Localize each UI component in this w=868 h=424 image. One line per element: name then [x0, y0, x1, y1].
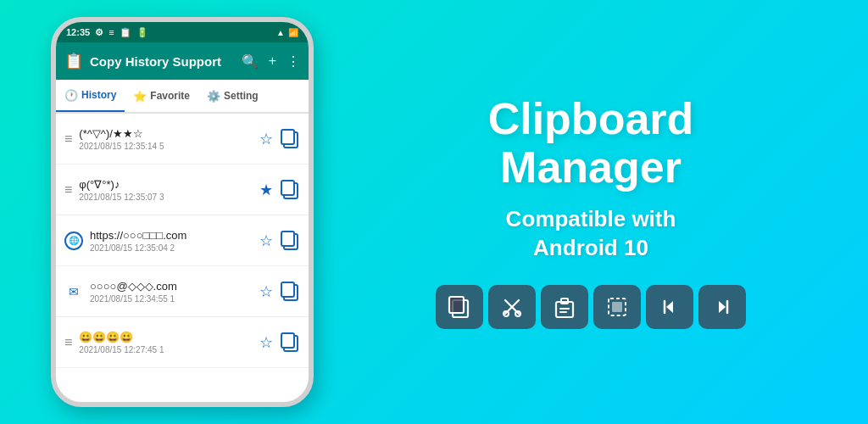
paste-icon-button[interactable]: [541, 285, 588, 329]
copy-icon-button[interactable]: [436, 285, 483, 329]
move-left-icon-button[interactable]: [646, 285, 693, 329]
app-subtitle-line2: Android 10: [506, 234, 676, 263]
status-left: 12:35 ⚙ ≡ 📋 🔋: [66, 27, 148, 38]
svg-marker-24: [719, 301, 726, 313]
signal-icon: 📶: [288, 28, 298, 37]
add-icon[interactable]: +: [269, 53, 276, 69]
drag-handle-icon: ≡: [64, 182, 72, 198]
tab-setting[interactable]: ⚙️ Setting: [198, 80, 267, 112]
app-toolbar: 📋 Copy History Support 🔍 + ⋮: [56, 42, 309, 80]
copy-button[interactable]: [280, 231, 300, 251]
app-title: Clipboard Manager: [488, 95, 694, 192]
email-icon: ✉: [64, 282, 83, 301]
item-content: 😀😀😀😀 2021/08/15 12:27:45 1: [79, 331, 253, 354]
status-bar: 12:35 ⚙ ≡ 📋 🔋 ▲ 📶: [56, 22, 309, 42]
history-tab-icon: 🕐: [64, 89, 78, 102]
list-item[interactable]: ✉ ○○○○@◇◇◇.com 2021/08/15 12:34:55 1 ☆: [56, 266, 309, 317]
svg-rect-5: [281, 232, 294, 246]
item-text: (*^▽^)/★★☆: [79, 127, 253, 140]
item-text: 😀😀😀😀: [79, 331, 253, 343]
wifi-icon: ▲: [276, 28, 285, 37]
item-content: φ(°∇°*)♪ 2021/08/15 12:35:07 3: [79, 178, 253, 202]
svg-marker-22: [666, 301, 673, 313]
cut-icon-button[interactable]: [488, 285, 536, 329]
history-tab-label: History: [81, 89, 116, 101]
item-meta: 2021/08/15 12:34:55 1: [90, 294, 253, 304]
more-icon[interactable]: ⋮: [287, 53, 300, 70]
star-icon[interactable]: ★: [259, 181, 273, 199]
item-content: https://○○○□□□.com 2021/08/15 12:35:04 2: [90, 229, 253, 253]
tab-history[interactable]: 🕐 History: [56, 80, 125, 112]
item-content: ○○○○@◇◇◇.com 2021/08/15 12:34:55 1: [90, 280, 253, 304]
setting-tab-label: Setting: [224, 90, 259, 102]
status-time: 12:35: [66, 27, 90, 37]
tab-bar: 🕐 History ⭐ Favorite ⚙️ Setting: [56, 80, 309, 114]
battery-icon: 🔋: [136, 27, 148, 38]
copy-button[interactable]: [280, 332, 300, 353]
app-title-line1: Clipboard: [488, 95, 694, 143]
item-content: (*^▽^)/★★☆ 2021/08/15 12:35:14 5: [79, 127, 253, 151]
item-text: ○○○○@◇◇◇.com: [90, 280, 253, 293]
svg-rect-7: [281, 282, 294, 297]
clipboard-icon: 📋: [120, 27, 131, 38]
icon-bar: [436, 285, 746, 329]
phone-wrapper: 12:35 ⚙ ≡ 📋 🔋 ▲ 📶 📋 Copy History Support…: [0, 17, 314, 407]
select-all-icon-button[interactable]: [593, 285, 641, 329]
star-icon[interactable]: ☆: [259, 282, 273, 301]
svg-rect-11: [449, 297, 464, 313]
favorite-tab-icon: ⭐: [133, 90, 147, 103]
svg-rect-9: [281, 333, 294, 348]
star-icon[interactable]: ☆: [259, 130, 273, 148]
app-toolbar-title: Copy History Support: [90, 54, 242, 69]
drag-handle-icon: ≡: [64, 335, 72, 350]
copy-button[interactable]: [280, 129, 300, 149]
app-subtitle-line1: Compatible with: [506, 205, 676, 234]
clipboard-list: ≡ (*^▽^)/★★☆ 2021/08/15 12:35:14 5 ☆ ≡: [56, 114, 309, 402]
item-text: https://○○○□□□.com: [90, 229, 253, 242]
favorite-tab-label: Favorite: [150, 90, 190, 102]
app-toolbar-icon: 📋: [64, 52, 83, 70]
url-icon: 🌐: [64, 232, 83, 250]
status-right: ▲ 📶: [276, 28, 298, 37]
svg-rect-21: [612, 302, 622, 312]
list-item[interactable]: ≡ (*^▽^)/★★☆ 2021/08/15 12:35:14 5 ☆: [56, 114, 309, 165]
setting-tab-icon: ⚙️: [207, 90, 220, 103]
svg-rect-3: [281, 181, 294, 195]
copy-button[interactable]: [280, 180, 300, 200]
star-icon[interactable]: ☆: [259, 232, 273, 250]
item-meta: 2021/08/15 12:35:04 2: [90, 243, 253, 253]
phone-side-button: [310, 141, 314, 183]
item-text: φ(°∇°*)♪: [79, 178, 253, 191]
list-item[interactable]: ≡ φ(°∇°*)♪ 2021/08/15 12:35:07 3 ★: [56, 165, 309, 215]
list-item[interactable]: ≡ 😀😀😀😀 2021/08/15 12:27:45 1 ☆: [56, 317, 309, 368]
move-right-icon-button[interactable]: [698, 285, 746, 329]
toolbar-actions: 🔍 + ⋮: [242, 53, 300, 70]
item-meta: 2021/08/15 12:35:07 3: [79, 192, 253, 202]
item-meta: 2021/08/15 12:27:45 1: [79, 345, 253, 354]
drag-handle-icon: ≡: [64, 131, 72, 147]
search-icon[interactable]: 🔍: [242, 53, 259, 70]
svg-rect-1: [281, 130, 294, 144]
app-subtitle: Compatible with Android 10: [506, 205, 676, 263]
right-panel: Clipboard Manager Compatible with Androi…: [314, 78, 868, 346]
tab-favorite[interactable]: ⭐ Favorite: [125, 80, 198, 112]
app-title-line2: Manager: [488, 143, 694, 192]
list-item[interactable]: 🌐 https://○○○□□□.com 2021/08/15 12:35:04…: [56, 215, 309, 266]
star-icon[interactable]: ☆: [259, 333, 273, 352]
copy-button[interactable]: [280, 282, 300, 302]
settings-icon: ⚙: [95, 27, 103, 38]
item-meta: 2021/08/15 12:35:14 5: [79, 142, 253, 151]
phone-device: 12:35 ⚙ ≡ 📋 🔋 ▲ 📶 📋 Copy History Support…: [51, 17, 314, 407]
menu-icon: ≡: [108, 27, 114, 37]
